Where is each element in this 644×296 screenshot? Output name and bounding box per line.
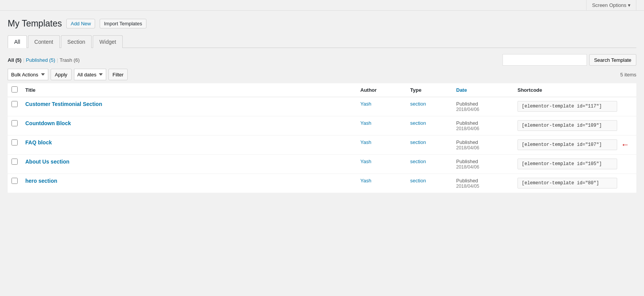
row-shortcode-cell-5: [elementor-template id="80"] <box>514 174 636 193</box>
tab-section[interactable]: Section <box>61 35 92 48</box>
row-date-status-1: Published <box>456 101 478 107</box>
shortcode-cell-inner-4: [elementor-template id="105"] <box>518 159 632 169</box>
main-content: My Templates Add New Import Templates Al… <box>0 11 644 201</box>
shortcode-box-2[interactable]: [elementor-template id="109"] <box>518 120 617 131</box>
row-type-link-2[interactable]: section <box>410 120 426 126</box>
row-checkbox-cell-3 <box>8 136 21 155</box>
row-author-link-1[interactable]: Yash <box>360 101 371 107</box>
row-shortcode-cell-3: [elementor-template id="107"] ← <box>514 136 636 155</box>
row-date-value-3: 2018/04/06 <box>456 145 510 150</box>
shortcode-cell-inner-3: [elementor-template id="107"] ← <box>518 139 632 150</box>
row-type-cell-3: section <box>406 136 452 155</box>
row-date-cell-4: Published 2018/04/06 <box>452 155 514 174</box>
filter-link-published[interactable]: Published (5) <box>26 57 56 63</box>
row-checkbox-5[interactable] <box>12 178 18 184</box>
shortcode-box-4[interactable]: [elementor-template id="105"] <box>518 159 617 169</box>
row-date-status-5: Published <box>456 178 478 184</box>
row-author-cell-1: Yash <box>356 97 406 116</box>
screen-options-label: Screen Options <box>592 2 626 8</box>
row-date-value-2: 2018/04/06 <box>456 126 510 131</box>
apply-button[interactable]: Apply <box>51 69 72 80</box>
shortcode-cell-inner-5: [elementor-template id="80"] <box>518 178 632 189</box>
row-author-cell-5: Yash <box>356 174 406 193</box>
page-wrap: Screen Options ▾ My Templates Add New Im… <box>0 0 644 296</box>
shortcode-box-1[interactable]: [elementor-template id="117"] <box>518 101 617 112</box>
row-date-cell-3: Published 2018/04/06 <box>452 136 514 155</box>
row-author-link-4[interactable]: Yash <box>360 159 371 164</box>
row-author-cell-2: Yash <box>356 116 406 136</box>
row-author-cell-4: Yash <box>356 155 406 174</box>
row-author-link-3[interactable]: Yash <box>360 139 371 145</box>
row-checkbox-3[interactable] <box>12 139 18 146</box>
row-type-link-3[interactable]: section <box>410 139 426 145</box>
row-title-link-4[interactable]: About Us section <box>25 159 69 165</box>
th-author: Author <box>356 83 406 97</box>
row-date-status-4: Published <box>456 159 478 164</box>
row-checkbox-cell-4 <box>8 155 21 174</box>
row-date-value-5: 2018/04/05 <box>456 184 510 189</box>
row-title-cell-2: Countdown Block <box>21 116 356 136</box>
th-checkbox <box>8 83 21 97</box>
search-template-button[interactable]: Search Template <box>589 54 636 66</box>
row-type-link-1[interactable]: section <box>410 101 426 107</box>
row-title-link-5[interactable]: hero section <box>25 178 57 184</box>
th-shortcode: Shortcode <box>514 83 636 97</box>
row-date-value-4: 2018/04/06 <box>456 164 510 170</box>
shortcode-box-5[interactable]: [elementor-template id="80"] <box>518 178 617 189</box>
tabs-bar: All Content Section Widget <box>8 35 636 48</box>
table-row: FAQ block Yash section Published 2018/04… <box>8 136 636 155</box>
row-type-cell-5: section <box>406 174 452 193</box>
row-title-cell-3: FAQ block <box>21 136 356 155</box>
row-type-cell-4: section <box>406 155 452 174</box>
tab-widget[interactable]: Widget <box>93 35 123 48</box>
row-checkbox-2[interactable] <box>12 120 18 126</box>
filter-links: All (5) | Published (5) | Trash (6) <box>8 57 80 63</box>
shortcode-box-3[interactable]: [elementor-template id="107"] <box>518 139 617 150</box>
action-bar: Bulk Actions Delete Apply All dates Filt… <box>8 69 636 80</box>
screen-options-button[interactable]: Screen Options ▾ <box>586 0 636 10</box>
table-body: Customer Testimonial Section Yash sectio… <box>8 97 636 193</box>
page-title: My Templates <box>8 18 62 29</box>
row-date-value-1: 2018/04/06 <box>456 107 510 112</box>
select-all-checkbox[interactable] <box>12 86 18 93</box>
filter-link-all[interactable]: All (5) <box>8 57 21 63</box>
row-title-cell-4: About Us section <box>21 155 356 174</box>
top-bar: Screen Options ▾ <box>0 0 644 11</box>
table-header-row: Title Author Type Date Shortcode <box>8 83 636 97</box>
table-row: Countdown Block Yash section Published 2… <box>8 116 636 136</box>
row-title-link-1[interactable]: Customer Testimonial Section <box>25 101 102 107</box>
row-title-cell-1: Customer Testimonial Section <box>21 97 356 116</box>
th-title: Title <box>21 83 356 97</box>
dates-filter-select[interactable]: All dates <box>74 69 106 80</box>
row-shortcode-cell-4: [elementor-template id="105"] <box>514 155 636 174</box>
add-new-button[interactable]: Add New <box>66 19 95 28</box>
row-type-cell-2: section <box>406 116 452 136</box>
chevron-down-icon: ▾ <box>628 2 631 8</box>
row-date-cell-5: Published 2018/04/05 <box>452 174 514 193</box>
import-templates-button[interactable]: Import Templates <box>100 19 146 28</box>
arrow-indicator: ← <box>621 141 629 149</box>
row-checkbox-4[interactable] <box>12 159 18 165</box>
row-title-cell-5: hero section <box>21 174 356 193</box>
row-type-link-5[interactable]: section <box>410 178 426 184</box>
filter-button[interactable]: Filter <box>108 69 128 80</box>
tab-all[interactable]: All <box>8 35 27 48</box>
row-checkbox-1[interactable] <box>12 101 18 107</box>
shortcode-cell-inner-1: [elementor-template id="117"] <box>518 101 632 112</box>
row-type-link-4[interactable]: section <box>410 159 426 164</box>
search-input[interactable] <box>503 54 587 66</box>
table-row: hero section Yash section Published 2018… <box>8 174 636 193</box>
row-title-link-2[interactable]: Countdown Block <box>25 120 71 126</box>
table-row: Customer Testimonial Section Yash sectio… <box>8 97 636 116</box>
th-date[interactable]: Date <box>452 83 514 97</box>
bulk-actions-select[interactable]: Bulk Actions Delete <box>8 69 48 80</box>
items-count: 5 items <box>620 72 636 78</box>
filter-link-trash[interactable]: Trash (6) <box>60 57 80 63</box>
row-author-link-5[interactable]: Yash <box>360 178 371 184</box>
separator-1: | <box>23 57 24 63</box>
tab-content[interactable]: Content <box>28 35 60 48</box>
row-title-link-3[interactable]: FAQ block <box>25 139 52 146</box>
row-date-cell-1: Published 2018/04/06 <box>452 97 514 116</box>
row-author-link-2[interactable]: Yash <box>360 120 371 126</box>
separator-2: | <box>57 57 58 63</box>
